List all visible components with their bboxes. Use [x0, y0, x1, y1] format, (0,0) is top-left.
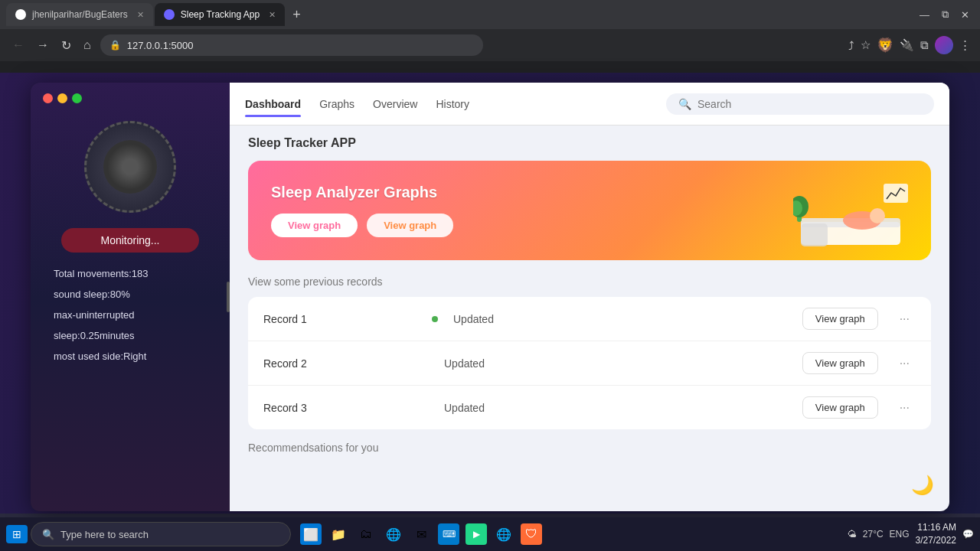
record-2-name: Record 2: [263, 357, 416, 370]
forward-button[interactable]: →: [34, 35, 52, 55]
nav-history[interactable]: History: [436, 92, 469, 116]
taskbar: ⊞ 🔍 Type here to search ⬜ 📁 🗂 🌐 ✉ ⌨ ▶ 🌐 …: [0, 517, 980, 551]
taskbar-chrome-icon[interactable]: 🌐: [383, 523, 404, 545]
stat-sound-sleep: sound sleep:80%: [54, 289, 207, 300]
profile-avatar[interactable]: [935, 36, 953, 54]
sleep-tab-close[interactable]: ✕: [269, 10, 276, 20]
avatar: [84, 121, 176, 213]
lock-icon: 🔒: [109, 40, 121, 51]
address-bar[interactable]: 🔒 127.0.0.1:5000: [100, 34, 483, 56]
record-2-more-button[interactable]: ···: [893, 354, 916, 373]
sidebar: Monitoring... Total movements:183 sound …: [31, 83, 230, 511]
window-close-icon[interactable]: ✕: [956, 9, 974, 21]
table-row: Record 3 Updated View graph ···: [248, 386, 931, 429]
taskbar-store-icon[interactable]: 📁: [328, 523, 349, 545]
window-maximize-icon[interactable]: ⧉: [937, 8, 953, 21]
bookmark-icon[interactable]: ☆: [861, 38, 871, 52]
weather-icon: 🌤: [848, 529, 857, 540]
stats-panel: Total movements:183 sound sleep:80% max-…: [46, 268, 214, 371]
taskbar-search-app-icon[interactable]: ⬜: [300, 523, 322, 545]
record-3-more-button[interactable]: ···: [893, 398, 916, 418]
github-tab-label: jhenilparihar/BugEaters: [32, 9, 128, 20]
taskbar-system-tray: 🌤 27°C ENG 11:16 AM 3/27/2022 💬: [848, 521, 974, 547]
github-tab-close[interactable]: ✕: [137, 10, 144, 20]
sleep-tab-label: Sleep Tracking App: [181, 9, 260, 20]
stat-total-movements: Total movements:183: [54, 268, 207, 279]
maximize-button[interactable]: [72, 93, 82, 103]
record-1-name: Record 1: [263, 313, 416, 325]
temperature: 27°C: [863, 529, 884, 540]
window-minimize-icon[interactable]: —: [915, 9, 934, 21]
records-section-label: View some previous records: [248, 276, 931, 288]
scroll-indicator[interactable]: [227, 282, 230, 312]
browser-toolbar: ← → ↻ ⌂ 🔒 127.0.0.1:5000 ⤴ ☆ 🦁 🔌 ⧉ ⋮: [0, 29, 980, 61]
hero-banner: Sleep Analyzer Graphs View graph View gr…: [248, 161, 931, 260]
share-icon[interactable]: ⤴: [848, 39, 854, 52]
extension-icon-2[interactable]: 🔌: [900, 38, 914, 52]
main-content: Dashboard Graphs Overview History 🔍 Slee…: [230, 83, 949, 511]
extension-icon-1[interactable]: 🦁: [877, 37, 893, 54]
search-input[interactable]: [697, 98, 922, 110]
avatar-image: [103, 140, 157, 194]
nav-graphs[interactable]: Graphs: [319, 92, 354, 116]
new-tab-button[interactable]: +: [286, 7, 307, 23]
taskbar-mail-icon[interactable]: ✉: [410, 523, 432, 545]
start-button[interactable]: ⊞: [6, 525, 28, 543]
taskbar-browser2-icon[interactable]: 🌐: [493, 523, 514, 545]
split-icon[interactable]: ⧉: [920, 38, 929, 52]
search-bar[interactable]: 🔍: [666, 93, 934, 115]
monitoring-button[interactable]: Monitoring...: [61, 228, 199, 253]
clock-date: 3/27/2022: [916, 534, 956, 547]
top-nav: Dashboard Graphs Overview History 🔍: [230, 83, 949, 126]
table-row: Record 1 Updated View graph ···: [248, 297, 931, 341]
browser-tabs: jhenilparihar/BugEaters ✕ Sleep Tracking…: [0, 0, 980, 29]
window-controls: — ⧉ ✕: [915, 8, 974, 21]
content-area: Sleep Analyzer Graphs View graph View gr…: [230, 161, 949, 511]
stat-sleep-minutes: sleep:0.25minutes: [54, 330, 207, 341]
taskbar-pycharm-icon[interactable]: ▶: [466, 523, 487, 545]
recommendations-label: Recommendsations for you: [248, 442, 931, 454]
view-graph-button-2[interactable]: View graph: [367, 214, 453, 237]
records-table: Record 1 Updated View graph ··· Record 2…: [248, 297, 931, 429]
stat-max-uninterrupted: max-uninterrupted: [54, 309, 207, 321]
taskbar-shield-icon[interactable]: 🛡: [521, 523, 542, 545]
hero-illustration: [793, 168, 916, 260]
record-1-status: Updated: [453, 313, 787, 325]
search-icon: 🔍: [678, 98, 691, 110]
close-button[interactable]: [43, 93, 53, 103]
moon-icon[interactable]: 🌙: [911, 474, 934, 496]
back-button[interactable]: ←: [9, 35, 28, 55]
toolbar-icons: ⤴ ☆ 🦁 🔌 ⧉ ⋮: [848, 36, 971, 54]
notification-icon[interactable]: 💬: [962, 529, 974, 540]
github-tab[interactable]: jhenilparihar/BugEaters ✕: [6, 3, 153, 26]
taskbar-code-icon[interactable]: ⌨: [438, 523, 459, 545]
menu-icon[interactable]: ⋮: [959, 38, 971, 52]
record-1-view-graph-button[interactable]: View graph: [802, 308, 878, 330]
taskbar-search-text: Type here to search: [60, 529, 149, 540]
taskbar-app-icons: ⬜ 📁 🗂 🌐 ✉ ⌨ ▶ 🌐 🛡: [300, 523, 542, 545]
view-graph-button-1[interactable]: View graph: [271, 214, 358, 237]
nav-overview[interactable]: Overview: [373, 92, 417, 116]
taskbar-explorer-icon[interactable]: 🗂: [355, 523, 377, 545]
taskbar-clock: 11:16 AM 3/27/2022: [916, 521, 956, 547]
minimize-button[interactable]: [57, 93, 67, 103]
svg-rect-8: [884, 184, 908, 203]
sleep-tab[interactable]: Sleep Tracking App ✕: [155, 3, 285, 26]
address-text: 127.0.0.1:5000: [127, 40, 194, 51]
record-2-status: Updated: [444, 357, 787, 370]
record-2-view-graph-button[interactable]: View graph: [802, 352, 878, 374]
taskbar-search-bar[interactable]: 🔍 Type here to search: [31, 522, 291, 546]
github-favicon: [15, 9, 26, 20]
record-3-name: Record 3: [263, 402, 416, 414]
record-1-more-button[interactable]: ···: [893, 309, 916, 329]
svg-point-4: [870, 208, 885, 223]
sleep-favicon: [164, 9, 175, 20]
record-3-view-graph-button[interactable]: View graph: [802, 396, 878, 419]
stat-most-used-side: most used side:Right: [54, 350, 207, 362]
home-button[interactable]: ⌂: [80, 35, 94, 55]
record-3-status: Updated: [444, 402, 787, 414]
status-dot-1: [432, 316, 438, 322]
nav-dashboard[interactable]: Dashboard: [245, 92, 301, 116]
refresh-button[interactable]: ↻: [58, 35, 74, 56]
language: ENG: [890, 529, 910, 540]
